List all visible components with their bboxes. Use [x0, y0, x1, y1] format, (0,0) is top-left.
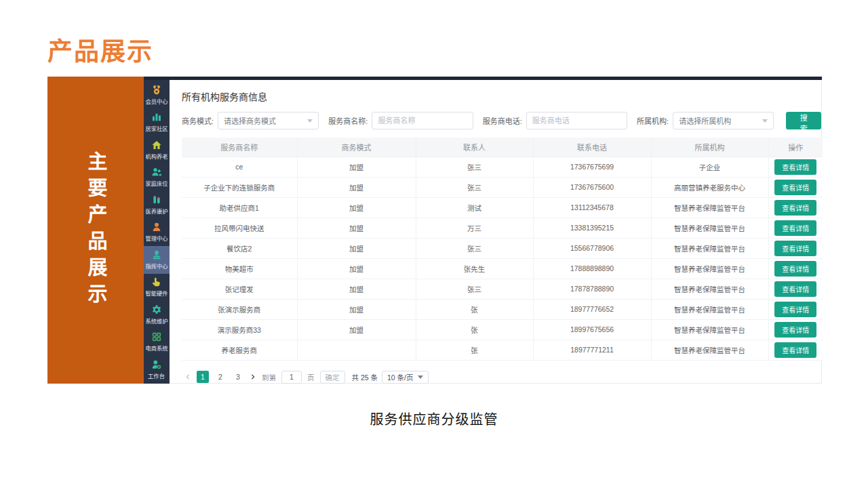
test-tube-icon — [151, 195, 162, 205]
table-cell: 加盟 — [297, 218, 416, 238]
table-cell: 张记理发 — [182, 279, 297, 299]
table-cell: 加盟 — [297, 177, 416, 197]
page-number-1[interactable]: 1 — [197, 371, 209, 383]
table-cell: 张三 — [416, 157, 533, 177]
table-cell: 张三 — [416, 279, 533, 299]
chevron-right-icon — [250, 374, 256, 380]
page-size-value: 10 条/页 — [387, 372, 414, 382]
table-row: 物美超市加盟张先生17888898890智慧养老保障监管平台查看详情 — [182, 258, 823, 279]
view-detail-button[interactable]: 查看详情 — [774, 342, 816, 358]
search-button[interactable]: 搜索 — [786, 112, 821, 129]
provider-name-input[interactable] — [378, 117, 467, 125]
bar-chart-icon — [151, 112, 162, 123]
sidebar-item-label: 系统维护 — [145, 317, 167, 325]
sidebar-item-4[interactable]: 家庭床位 — [144, 164, 170, 192]
view-detail-button[interactable]: 查看详情 — [774, 261, 816, 277]
prev-page-button[interactable] — [182, 371, 194, 383]
action-cell: 查看详情 — [768, 238, 823, 258]
product-screenshot: 主要产品展示 会员中心居家社区机构养老家庭床位医养康护管理中心指挥中心智能硬件系… — [47, 77, 822, 384]
table-row: 张演示服务商加盟张18977776652智慧养老保障监管平台查看详情 — [182, 299, 823, 319]
page-number-3[interactable]: 3 — [232, 371, 244, 383]
sidebar-item-8[interactable]: 智能硬件 — [144, 274, 170, 302]
sidebar-item-label: 管理中心 — [145, 235, 167, 243]
view-detail-button[interactable]: 查看详情 — [774, 322, 816, 338]
sidebar-item-5[interactable]: 医养康护 — [144, 191, 170, 219]
table-cell: 17367675699 — [533, 157, 651, 177]
table-cell: ce — [182, 157, 297, 177]
column-header: 操作 — [768, 138, 823, 157]
table-cell: 加盟 — [297, 279, 416, 299]
table-cell: 17367675600 — [533, 177, 651, 197]
view-detail-button[interactable]: 查看详情 — [774, 302, 816, 317]
table-cell: 加盟 — [297, 238, 416, 258]
sidebar-item-1[interactable]: 会员中心 — [144, 81, 170, 109]
institution-select[interactable]: 请选择所属机构 — [673, 112, 774, 129]
table-cell: 演示服务商33 — [182, 319, 297, 340]
figure-caption: 服务供应商分级监管 — [0, 409, 868, 428]
next-page-button[interactable] — [247, 371, 259, 383]
goto-suffix-label: 页 — [307, 372, 315, 382]
business-mode-select[interactable]: 请选择商务模式 — [218, 112, 319, 129]
stamp-icon — [151, 249, 162, 260]
person-icon — [151, 222, 162, 232]
action-cell: 查看详情 — [768, 157, 823, 177]
app-sidebar: 会员中心居家社区机构养老家庭床位医养康护管理中心指挥中心智能硬件系统维护电商系统… — [144, 80, 170, 384]
view-detail-button[interactable]: 查看详情 — [774, 159, 816, 175]
sidebar-item-label: 家庭床位 — [145, 180, 167, 188]
page-numbers: 123 — [194, 371, 247, 383]
gear-icon — [151, 304, 162, 315]
action-cell: 查看详情 — [768, 258, 823, 279]
table-row: 助老供应商1加盟测试13112345678智慧养老保障监管平台查看详情 — [182, 197, 823, 218]
view-detail-button[interactable]: 查看详情 — [774, 200, 816, 216]
column-header: 商务模式 — [297, 138, 416, 157]
table-cell: 智慧养老保障监管平台 — [651, 258, 768, 279]
table-cell: 智慧养老保障监管平台 — [651, 299, 768, 319]
badge-icon — [151, 85, 162, 96]
sidebar-item-6[interactable]: 管理中心 — [144, 219, 170, 247]
table-cell: 智慧养老保障监管平台 — [651, 319, 768, 340]
table-cell: 助老供应商1 — [182, 197, 297, 218]
chevron-down-icon — [418, 375, 423, 379]
table-cell: 物美超市 — [182, 258, 297, 279]
table-cell: 张 — [416, 340, 533, 360]
sidebar-item-10[interactable]: 电商系统 — [144, 329, 170, 357]
hand-icon — [151, 277, 162, 287]
content-title: 所有机构服务商信息 — [182, 89, 821, 103]
table-cell: 18997675656 — [533, 319, 651, 340]
sidebar-item-7[interactable]: 指挥中心 — [144, 246, 170, 274]
table-body: ce加盟张三17367675699子企业查看详情子企业下的连锁服务商加盟张三17… — [182, 157, 823, 360]
action-cell: 查看详情 — [768, 299, 823, 319]
goto-page-input[interactable] — [281, 371, 302, 384]
column-header: 所属机构 — [651, 138, 768, 157]
goto-prefix-label: 到第 — [262, 372, 276, 382]
filter-bar: 商务模式:请选择商务模式服务商名称:服务商电话:所属机构:请选择所属机构搜索 — [182, 112, 821, 129]
page-size-select[interactable]: 10 条/页 — [382, 371, 429, 384]
sidebar-item-9[interactable]: 系统维护 — [144, 301, 170, 329]
action-cell: 查看详情 — [768, 319, 823, 340]
table-cell: 子企业下的连锁服务商 — [182, 177, 297, 197]
provider-name-input-label: 服务商名称: — [328, 115, 368, 126]
table-cell: 张先生 — [416, 258, 533, 279]
table-cell: 加盟 — [297, 258, 416, 279]
table-cell: 13112345678 — [533, 197, 651, 218]
sidebar-item-3[interactable]: 机构养老 — [144, 136, 170, 164]
goto-confirm-button[interactable]: 确定 — [320, 371, 345, 384]
page-number-2[interactable]: 2 — [214, 371, 226, 383]
table-row: 演示服务商33加盟张18997675656智慧养老保障监管平台查看详情 — [182, 319, 823, 340]
provider-phone-input[interactable] — [532, 117, 621, 125]
view-detail-button[interactable]: 查看详情 — [774, 241, 816, 256]
sidebar-item-2[interactable]: 居家社区 — [144, 109, 170, 137]
table-cell: 张三 — [416, 177, 533, 197]
table-cell: 万三 — [416, 218, 533, 238]
action-cell: 查看详情 — [768, 197, 823, 218]
sidebar-item-11[interactable]: 工作台 — [144, 356, 170, 384]
view-detail-button[interactable]: 查看详情 — [774, 281, 816, 297]
provider-name-input-wrap — [372, 112, 473, 129]
view-detail-button[interactable]: 查看详情 — [774, 180, 816, 195]
view-detail-button[interactable]: 查看详情 — [774, 220, 816, 236]
chevron-left-icon — [185, 374, 191, 380]
sidebar-item-label: 医养康护 — [145, 207, 167, 215]
column-header: 联系电话 — [533, 138, 651, 157]
business-mode-select-label: 商务模式: — [182, 115, 214, 126]
chevron-down-icon — [762, 119, 768, 123]
